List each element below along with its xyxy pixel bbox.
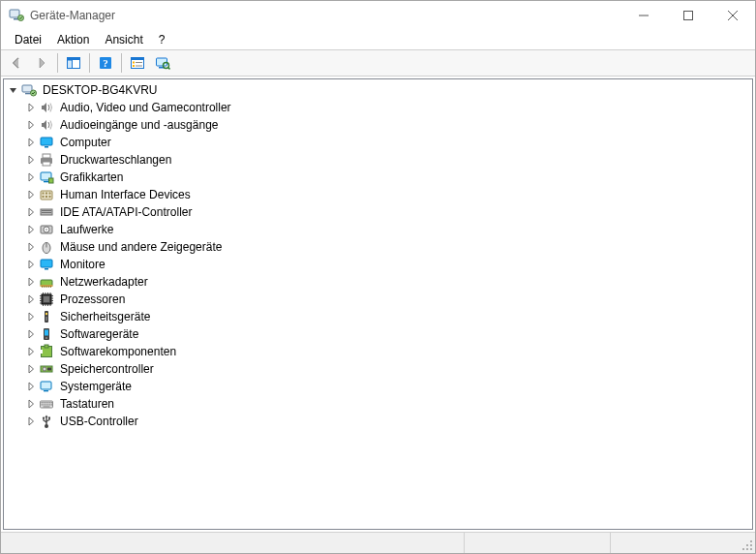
show-hide-console-tree-button[interactable] (62, 51, 85, 75)
tree-category-label: Monitore (58, 258, 107, 271)
device-tree[interactable]: DESKTOP-BG4KVRUAudio, Video und Gamecont… (3, 78, 753, 530)
expand-icon[interactable] (23, 396, 39, 412)
toolbar: ? (1, 49, 755, 77)
window-controls (621, 1, 755, 30)
expand-icon[interactable] (23, 152, 39, 168)
app-icon (9, 7, 24, 25)
tree-category[interactable]: Monitore (6, 256, 752, 273)
hid-icon (39, 187, 54, 202)
svg-rect-49 (45, 286, 46, 288)
expand-icon[interactable] (23, 379, 39, 394)
expand-icon[interactable] (23, 326, 39, 342)
svg-rect-13 (133, 65, 135, 67)
collapse-icon[interactable] (6, 82, 21, 98)
expand-icon[interactable] (23, 309, 39, 324)
menu-view[interactable]: Ansicht (97, 31, 150, 48)
statusbar-cell (1, 533, 465, 553)
tree-category[interactable]: Audio, Video und Gamecontroller (6, 99, 752, 116)
tree-category[interactable]: Sicherheitsgeräte (6, 308, 752, 325)
tree-category[interactable]: Softwaregeräte (6, 325, 752, 343)
tree-category-label: Tastaturen (58, 397, 116, 411)
svg-rect-91 (51, 402, 52, 403)
display-adapter-icon (39, 169, 54, 185)
svg-rect-11 (133, 62, 135, 64)
software-component-icon (39, 344, 54, 359)
svg-rect-97 (51, 404, 52, 405)
svg-rect-18 (22, 85, 32, 92)
menu-help[interactable]: ? (151, 31, 173, 48)
help-button[interactable]: ? (94, 51, 117, 75)
expand-icon[interactable] (23, 117, 39, 133)
minimize-button[interactable] (621, 1, 666, 30)
computer-root-icon (21, 82, 37, 98)
svg-rect-24 (43, 154, 50, 158)
menu-file[interactable]: Datei (7, 31, 49, 48)
svg-rect-98 (44, 406, 50, 407)
network-icon (39, 274, 54, 290)
svg-rect-63 (47, 292, 48, 294)
svg-rect-12 (136, 62, 142, 63)
svg-rect-10 (132, 58, 144, 61)
tree-category[interactable]: USB-Controller (6, 413, 752, 430)
expand-icon[interactable] (23, 344, 39, 359)
svg-rect-31 (45, 193, 47, 195)
resize-grip-icon[interactable] (741, 539, 753, 551)
device-manager-window: Geräte-Manager Datei Aktion Ansicht ? (0, 0, 756, 554)
svg-point-100 (43, 416, 45, 418)
expand-icon[interactable] (23, 222, 39, 237)
tree-category[interactable]: Computer (6, 134, 752, 151)
expand-icon[interactable] (23, 204, 39, 220)
content-area: DESKTOP-BG4KVRUAudio, Video und Gamecont… (1, 77, 755, 532)
tree-category-label: Sicherheitsgeräte (58, 310, 152, 323)
toolbar-separator (57, 53, 58, 73)
svg-rect-59 (45, 292, 46, 294)
expand-icon[interactable] (23, 414, 39, 429)
maximize-button[interactable] (666, 1, 711, 30)
arrow-right-icon (34, 55, 49, 71)
scan-hardware-button[interactable] (151, 51, 174, 75)
svg-rect-50 (46, 286, 47, 288)
mouse-icon (39, 239, 54, 255)
svg-rect-30 (43, 193, 45, 195)
security-icon (39, 309, 54, 324)
tree-category[interactable]: Audioeingänge und -ausgänge (6, 116, 752, 134)
expand-icon[interactable] (23, 135, 39, 150)
drive-icon (39, 222, 54, 237)
svg-point-102 (750, 540, 752, 542)
tree-category[interactable]: Human Interface Devices (6, 186, 752, 203)
properties-button[interactable] (126, 51, 149, 75)
expand-icon[interactable] (23, 239, 39, 255)
expand-icon[interactable] (23, 292, 39, 307)
tree-category-label: Computer (58, 136, 113, 149)
expand-icon[interactable] (23, 187, 39, 202)
expand-icon[interactable] (23, 361, 39, 377)
svg-rect-21 (41, 138, 52, 145)
close-button[interactable] (711, 1, 755, 30)
svg-rect-37 (42, 210, 51, 211)
back-button[interactable] (5, 51, 28, 75)
tree-category[interactable]: Druckwarteschlangen (6, 151, 752, 169)
tree-category[interactable]: Speichercontroller (6, 360, 752, 378)
tree-category[interactable]: Tastaturen (6, 395, 752, 413)
expand-icon[interactable] (23, 274, 39, 290)
svg-rect-43 (41, 260, 52, 267)
expand-icon[interactable] (23, 100, 39, 115)
tree-category[interactable]: Laufwerke (6, 221, 752, 238)
tree-category[interactable]: Prozessoren (6, 291, 752, 308)
svg-rect-27 (44, 181, 48, 182)
tree-category[interactable]: Grafikkarten (6, 169, 752, 186)
hid-icon (39, 187, 54, 202)
tree-root[interactable]: DESKTOP-BG4KVRU (6, 81, 752, 99)
toolbar-separator (121, 53, 122, 73)
tree-category-label: Softwarekomponenten (58, 345, 178, 358)
tree-category[interactable]: Mäuse und andere Zeigegeräte (6, 238, 752, 256)
expand-icon[interactable] (23, 169, 39, 185)
forward-button[interactable] (30, 51, 53, 75)
svg-rect-55 (43, 292, 44, 294)
tree-category[interactable]: IDE ATA/ATAPI-Controller (6, 203, 752, 221)
tree-category[interactable]: Softwarekomponenten (6, 343, 752, 360)
tree-category[interactable]: Netzwerkadapter (6, 273, 752, 291)
tree-category[interactable]: Systemgeräte (6, 378, 752, 395)
expand-icon[interactable] (23, 257, 39, 272)
menu-action[interactable]: Aktion (49, 31, 97, 48)
